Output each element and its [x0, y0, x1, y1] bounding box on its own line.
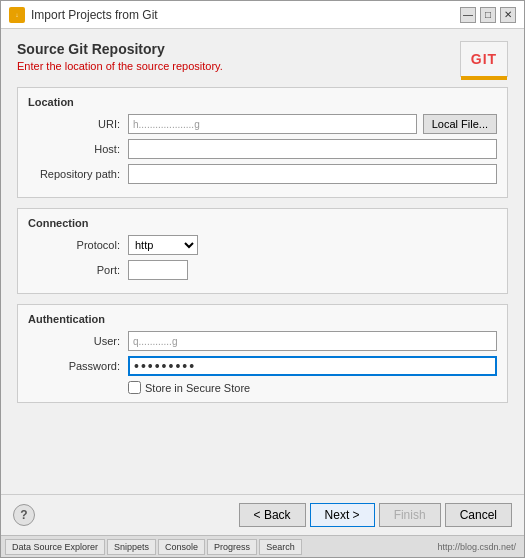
- user-row: User:: [28, 331, 497, 351]
- window-title: Import Projects from Git: [31, 8, 460, 22]
- title-bar: ↓ Import Projects from Git — □ ✕: [1, 1, 524, 29]
- location-section: Location URI: Local File... Host: Reposi…: [17, 87, 508, 198]
- store-secure-row: Store in Secure Store: [28, 381, 497, 394]
- local-file-button[interactable]: Local File...: [423, 114, 497, 134]
- uri-row: URI: Local File...: [28, 114, 497, 134]
- store-secure-checkbox[interactable]: [128, 381, 141, 394]
- next-button[interactable]: Next >: [310, 503, 375, 527]
- password-label: Password:: [28, 360, 128, 372]
- back-button[interactable]: < Back: [239, 503, 306, 527]
- dialog-content: Source Git Repository Enter the location…: [1, 29, 524, 494]
- uri-label: URI:: [28, 118, 128, 130]
- help-button[interactable]: ?: [13, 504, 35, 526]
- port-label: Port:: [28, 264, 128, 276]
- minimize-button[interactable]: —: [460, 7, 476, 23]
- svg-text:↓: ↓: [16, 12, 19, 18]
- cancel-button[interactable]: Cancel: [445, 503, 512, 527]
- connection-section-title: Connection: [28, 217, 497, 229]
- host-input[interactable]: [128, 139, 497, 159]
- page-header-text: Source Git Repository Enter the location…: [17, 41, 460, 72]
- window-icon: ↓: [9, 7, 25, 23]
- password-input[interactable]: [128, 356, 497, 376]
- auth-section-title: Authentication: [28, 313, 497, 325]
- port-input[interactable]: [128, 260, 188, 280]
- repo-path-input[interactable]: [128, 164, 497, 184]
- taskbar: Data Source Explorer Snippets Console Pr…: [1, 535, 524, 557]
- git-logo: GIT: [460, 41, 508, 77]
- user-input[interactable]: [128, 331, 497, 351]
- password-row: Password:: [28, 356, 497, 376]
- page-title: Source Git Repository: [17, 41, 460, 57]
- store-secure-label: Store in Secure Store: [145, 382, 250, 394]
- taskbar-console[interactable]: Console: [158, 539, 205, 555]
- uri-input[interactable]: [128, 114, 417, 134]
- repo-path-label: Repository path:: [28, 168, 128, 180]
- close-button[interactable]: ✕: [500, 7, 516, 23]
- user-label: User:: [28, 335, 128, 347]
- url-hint: http://blog.csdn.net/: [304, 542, 520, 552]
- dialog-window: ↓ Import Projects from Git — □ ✕ Source …: [0, 0, 525, 558]
- host-label: Host:: [28, 143, 128, 155]
- repo-path-row: Repository path:: [28, 164, 497, 184]
- taskbar-datasource[interactable]: Data Source Explorer: [5, 539, 105, 555]
- port-row: Port:: [28, 260, 497, 280]
- protocol-select[interactable]: http https git ssh: [128, 235, 198, 255]
- auth-section: Authentication User: Password: Store in …: [17, 304, 508, 403]
- restore-button[interactable]: □: [480, 7, 496, 23]
- connection-section: Connection Protocol: http https git ssh …: [17, 208, 508, 294]
- window-controls: — □ ✕: [460, 7, 516, 23]
- bottom-bar: ? < Back Next > Finish Cancel: [1, 494, 524, 535]
- taskbar-snippets[interactable]: Snippets: [107, 539, 156, 555]
- taskbar-search[interactable]: Search: [259, 539, 302, 555]
- page-subtitle: Enter the location of the source reposit…: [17, 60, 460, 72]
- protocol-row: Protocol: http https git ssh: [28, 235, 497, 255]
- location-section-title: Location: [28, 96, 497, 108]
- taskbar-progress[interactable]: Progress: [207, 539, 257, 555]
- page-header: Source Git Repository Enter the location…: [17, 41, 508, 77]
- host-row: Host:: [28, 139, 497, 159]
- protocol-label: Protocol:: [28, 239, 128, 251]
- finish-button[interactable]: Finish: [379, 503, 441, 527]
